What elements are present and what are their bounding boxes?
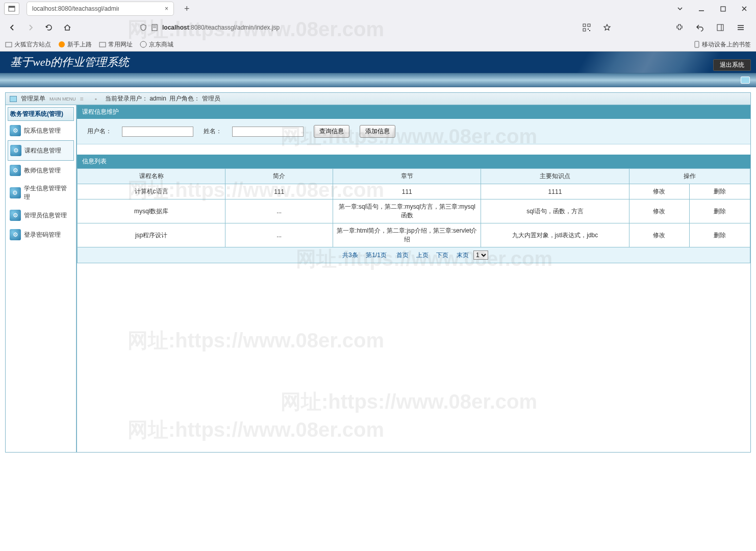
svg-rect-21 xyxy=(695,41,699,47)
maximize-icon[interactable] xyxy=(719,5,726,12)
url-host: localhost xyxy=(162,24,189,31)
mgmt-menu-label: 管理菜单 xyxy=(21,94,45,103)
url-path: :8080/teachassgl/admin/index.jsp xyxy=(189,24,280,31)
url-bar[interactable]: localhost:8080/teachassgl/admin/index.js… xyxy=(135,20,575,35)
delete-link[interactable]: 删除 xyxy=(690,199,750,223)
bookmark-jd[interactable]: 京东商城 xyxy=(140,40,173,49)
reload-button[interactable] xyxy=(42,20,56,35)
username-label: 用户名： xyxy=(87,127,112,136)
th-intro: 简介 xyxy=(225,169,333,184)
bookmark-star-icon[interactable] xyxy=(600,20,614,35)
content-box: 管理菜单 MAIN MENU ≡ ▪ 当前登录用户： admin 用户角色： 管… xyxy=(5,92,751,453)
qr-icon[interactable] xyxy=(579,20,594,35)
pager-first[interactable]: 首页 xyxy=(396,252,409,259)
bookmark-firefox[interactable]: 火狐官方站点 xyxy=(5,40,51,49)
undo-arrow-icon[interactable] xyxy=(693,20,707,35)
delete-link[interactable]: 删除 xyxy=(690,184,750,199)
menu-icon[interactable] xyxy=(734,20,748,35)
sidebar-item-course[interactable]: ⚙课程信息管理 xyxy=(8,140,74,161)
search-row: 用户名： 姓名： 查询信息 添加信息 xyxy=(77,119,750,144)
sidebar-item-teacher[interactable]: ⚙教师信息管理 xyxy=(8,161,74,180)
pager-page: 第1/1页 xyxy=(366,252,387,259)
pager-next[interactable]: 下页 xyxy=(436,252,448,259)
name-label: 姓名： xyxy=(204,127,222,136)
bookmark-mobile[interactable]: 移动设备上的书签 xyxy=(694,40,751,49)
edit-link[interactable]: 修改 xyxy=(629,199,690,223)
svg-rect-9 xyxy=(583,29,586,31)
panel-title: 课程信息维护 xyxy=(77,105,750,119)
delete-link[interactable]: 删除 xyxy=(690,223,750,247)
name-input[interactable] xyxy=(232,127,304,137)
sidebar: 教务管理系统(管理) ⚙院系信息管理 ⚙课程信息管理 ⚙教师信息管理 ⚙学生信息… xyxy=(6,105,77,452)
table-row: mysql数据库...第一章:sql语句，第二章:mysql方言，第三章:mys… xyxy=(78,199,750,223)
edit-link[interactable]: 修改 xyxy=(629,184,690,199)
sidebar-item-label: 学生信息管理管理 xyxy=(24,184,72,202)
bookmark-getting-started[interactable]: 新手上路 xyxy=(58,40,92,49)
sidebar-item-student[interactable]: ⚙学生信息管理管理 xyxy=(8,180,74,206)
minimize-icon[interactable] xyxy=(698,5,705,12)
bookmark-common[interactable]: 常用网址 xyxy=(99,40,133,49)
header-decoration xyxy=(576,52,721,73)
chevron-down-icon[interactable] xyxy=(676,5,684,12)
tab-close-icon[interactable]: × xyxy=(165,5,168,12)
browser-chrome: localhost:8080/teachassgl/admin × + loca… xyxy=(0,0,756,52)
divider-icon: ≡ xyxy=(80,95,84,103)
username-input[interactable] xyxy=(122,127,193,137)
svg-rect-8 xyxy=(588,24,590,27)
forward-button[interactable] xyxy=(23,20,38,35)
user-info: 当前登录用户： admin 用户角色： 管理员 xyxy=(105,94,220,103)
cell-course: 计算机c语言 xyxy=(78,184,225,199)
add-button[interactable]: 添加信息 xyxy=(360,125,395,138)
edit-link[interactable]: 修改 xyxy=(629,223,690,247)
svg-rect-11 xyxy=(589,30,590,31)
gear-icon: ⚙ xyxy=(10,125,21,136)
tab-title: localhost:8080/teachassgl/admin xyxy=(32,5,119,12)
sidebar-icon[interactable] xyxy=(713,20,727,35)
gear-icon: ⚙ xyxy=(10,145,21,156)
back-button[interactable] xyxy=(5,20,19,35)
logout-button[interactable]: 退出系统 xyxy=(713,59,751,71)
gear-icon: ⚙ xyxy=(10,229,21,240)
recent-tabs-icon[interactable] xyxy=(4,3,19,15)
sidebar-item-admin[interactable]: ⚙管理员信息管理 xyxy=(8,206,74,225)
main-menu-label: MAIN MENU xyxy=(49,96,76,102)
pager-total: 共3条 xyxy=(342,252,358,259)
th-knowledge: 主要知识点 xyxy=(481,169,629,184)
home-button[interactable] xyxy=(60,20,74,35)
cell-intro: 111 xyxy=(225,184,333,199)
window-tab-strip: localhost:8080/teachassgl/admin × + xyxy=(0,0,756,17)
pager-last[interactable]: 末页 xyxy=(457,252,469,259)
sidebar-item-label: 课程信息管理 xyxy=(24,146,61,155)
close-icon[interactable] xyxy=(741,5,748,12)
new-tab-button[interactable]: + xyxy=(184,4,190,14)
sidebar-item-label: 院系信息管理 xyxy=(24,127,61,135)
page-icon xyxy=(151,24,158,31)
svg-rect-1 xyxy=(9,6,15,8)
management-bar: 管理菜单 MAIN MENU ≡ ▪ 当前登录用户： admin 用户角色： 管… xyxy=(6,93,750,105)
pager-select[interactable]: 1 xyxy=(473,251,488,260)
svg-point-18 xyxy=(59,41,65,47)
cell-knowledge: 九大内置对象，jstl表达式，jdbc xyxy=(481,223,629,247)
content-panel: 课程信息维护 用户名： 姓名： 查询信息 添加信息 信息列表 课程名称 简介 章… xyxy=(77,105,750,452)
cell-chapter: 第一章:html简介，第二章:jsp介绍，第三章:servlet介绍 xyxy=(333,223,481,247)
table-header-row: 课程名称 简介 章节 主要知识点 操作 xyxy=(78,169,750,184)
cell-course: jsp程序设计 xyxy=(78,223,225,247)
cell-chapter: 第一章:sql语句，第二章:mysql方言，第三章:mysql函数 xyxy=(333,199,481,223)
extensions-icon[interactable] xyxy=(672,20,687,35)
sidebar-header: 教务管理系统(管理) xyxy=(8,107,74,121)
gear-icon: ⚙ xyxy=(10,165,21,176)
nav-bar: localhost:8080/teachassgl/admin/index.js… xyxy=(0,17,756,38)
cell-knowledge: sql语句，函数，方言 xyxy=(481,199,629,223)
search-button[interactable]: 查询信息 xyxy=(314,125,349,138)
shield-icon xyxy=(140,24,147,31)
browser-tab[interactable]: localhost:8080/teachassgl/admin × xyxy=(27,2,174,16)
app-header: 基于web的作业管理系统 退出系统 xyxy=(0,52,756,73)
sidebar-item-password[interactable]: ⚙登录密码管理 xyxy=(8,225,74,244)
svg-rect-19 xyxy=(99,42,106,47)
gear-icon: ⚙ xyxy=(10,210,21,221)
pager-prev[interactable]: 上页 xyxy=(416,252,429,259)
cell-intro: ... xyxy=(225,223,333,247)
sidebar-item-department[interactable]: ⚙院系信息管理 xyxy=(8,121,74,140)
table-row: jsp程序设计...第一章:html简介，第二章:jsp介绍，第三章:servl… xyxy=(78,223,750,247)
sidebar-item-label: 管理员信息管理 xyxy=(24,211,67,220)
